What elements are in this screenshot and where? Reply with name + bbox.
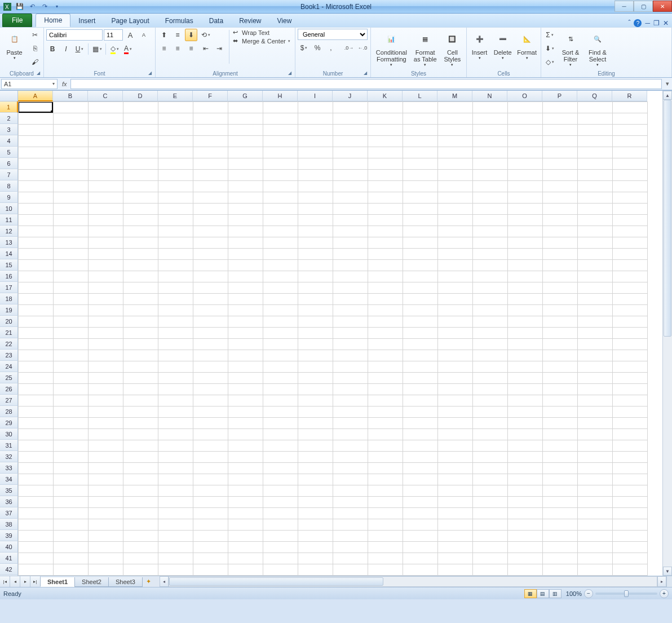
tab-formulas[interactable]: Formulas bbox=[157, 15, 201, 27]
row-header-42[interactable]: 42 bbox=[0, 564, 18, 575]
row-header-39[interactable]: 39 bbox=[0, 530, 18, 541]
zoom-slider[interactable] bbox=[595, 593, 657, 595]
row-header-36[interactable]: 36 bbox=[0, 496, 18, 507]
row-header-5[interactable]: 5 bbox=[0, 147, 18, 158]
scroll-down-icon[interactable]: ▼ bbox=[663, 567, 672, 576]
sheet-tab-sheet1[interactable]: Sheet1 bbox=[40, 577, 75, 587]
vertical-scrollbar[interactable]: ▲ ▼ bbox=[662, 91, 672, 576]
row-header-6[interactable]: 6 bbox=[0, 158, 18, 169]
select-all-corner[interactable] bbox=[0, 91, 18, 101]
clipboard-dialog-launcher-icon[interactable]: ◢ bbox=[37, 70, 40, 76]
number-dialog-launcher-icon[interactable]: ◢ bbox=[364, 70, 367, 76]
autosum-icon[interactable]: Σ bbox=[543, 29, 556, 41]
row-header-32[interactable]: 32 bbox=[0, 451, 18, 462]
border-icon[interactable]: ▦ bbox=[91, 43, 103, 55]
tab-view[interactable]: View bbox=[269, 15, 300, 27]
undo-icon[interactable]: ↶ bbox=[27, 2, 37, 12]
column-header-L[interactable]: L bbox=[403, 91, 437, 101]
row-header-40[interactable]: 40 bbox=[0, 541, 18, 553]
row-header-21[interactable]: 21 bbox=[0, 327, 18, 338]
row-header-7[interactable]: 7 bbox=[0, 169, 18, 180]
wrap-text-button[interactable]: ↩ Wrap Text bbox=[233, 29, 290, 36]
comma-format-icon[interactable]: , bbox=[325, 42, 337, 54]
row-header-31[interactable]: 31 bbox=[0, 440, 18, 451]
grow-font-icon[interactable]: A bbox=[124, 29, 136, 41]
row-header-26[interactable]: 26 bbox=[0, 383, 18, 395]
increase-decimal-icon[interactable]: .0→ bbox=[343, 42, 355, 54]
page-layout-view-icon[interactable]: ▤ bbox=[537, 589, 549, 598]
font-color-icon[interactable]: A bbox=[122, 43, 134, 55]
column-header-C[interactable]: C bbox=[88, 91, 123, 101]
column-header-M[interactable]: M bbox=[437, 91, 472, 101]
row-header-34[interactable]: 34 bbox=[0, 474, 18, 485]
row-header-17[interactable]: 17 bbox=[0, 282, 18, 293]
minimize-button[interactable]: ─ bbox=[614, 1, 634, 12]
row-header-25[interactable]: 25 bbox=[0, 372, 18, 383]
cell-styles-button[interactable]: 🔲Cell Styles▾ bbox=[441, 29, 464, 68]
row-header-35[interactable]: 35 bbox=[0, 485, 18, 496]
workbook-close-icon[interactable]: ✕ bbox=[663, 19, 669, 27]
zoom-in-button[interactable]: + bbox=[660, 589, 669, 598]
orientation-icon[interactable]: ⟲ bbox=[200, 29, 212, 41]
tab-scroll-last-icon[interactable]: ▸| bbox=[30, 576, 41, 587]
excel-app-icon[interactable]: X bbox=[2, 2, 12, 12]
paste-button[interactable]: 📋 Paste ▾ bbox=[2, 29, 26, 61]
column-header-N[interactable]: N bbox=[472, 91, 507, 101]
column-header-J[interactable]: J bbox=[333, 91, 368, 101]
tab-review[interactable]: Review bbox=[231, 15, 269, 27]
accounting-format-icon[interactable]: $ bbox=[298, 42, 310, 54]
column-header-G[interactable]: G bbox=[228, 91, 263, 101]
row-header-8[interactable]: 8 bbox=[0, 180, 18, 192]
tab-home[interactable]: Home bbox=[36, 14, 70, 27]
row-header-13[interactable]: 13 bbox=[0, 237, 18, 248]
number-format-combo[interactable]: General bbox=[298, 29, 368, 40]
italic-button[interactable]: I bbox=[60, 43, 72, 55]
alignment-dialog-launcher-icon[interactable]: ◢ bbox=[288, 70, 291, 76]
scroll-up-icon[interactable]: ▲ bbox=[663, 91, 672, 100]
column-header-I[interactable]: I bbox=[298, 91, 333, 101]
row-header-38[interactable]: 38 bbox=[0, 519, 18, 530]
column-header-A[interactable]: A bbox=[18, 91, 53, 101]
format-as-table-button[interactable]: ▦Format as Table▾ bbox=[412, 29, 439, 68]
column-header-D[interactable]: D bbox=[123, 91, 158, 101]
column-header-O[interactable]: O bbox=[507, 91, 542, 101]
page-break-view-icon[interactable]: ▥ bbox=[549, 589, 562, 598]
tab-scroll-prev-icon[interactable]: ◂ bbox=[10, 576, 20, 587]
fill-color-icon[interactable]: ◇ bbox=[108, 43, 121, 55]
save-icon[interactable]: 💾 bbox=[15, 2, 25, 12]
tab-scroll-first-icon[interactable]: |◂ bbox=[0, 576, 10, 587]
tab-split-handle[interactable] bbox=[666, 576, 672, 587]
formula-bar-expand-icon[interactable]: ▾ bbox=[663, 80, 672, 87]
row-header-30[interactable]: 30 bbox=[0, 428, 18, 440]
bold-button[interactable]: B bbox=[46, 43, 59, 55]
align-bottom-icon[interactable]: ⬇ bbox=[185, 29, 197, 41]
decrease-decimal-icon[interactable]: ←.0 bbox=[356, 42, 369, 54]
insert-cells-button[interactable]: ➕Insert▾ bbox=[469, 29, 490, 61]
formula-input[interactable] bbox=[70, 79, 662, 89]
row-header-18[interactable]: 18 bbox=[0, 293, 18, 304]
maximize-button[interactable]: ▢ bbox=[634, 1, 653, 12]
align-middle-icon[interactable]: ≡ bbox=[171, 29, 184, 41]
fx-icon[interactable]: fx bbox=[59, 81, 70, 87]
merge-center-button[interactable]: ⬌ Merge & Center bbox=[233, 37, 290, 45]
zoom-level-label[interactable]: 100% bbox=[566, 590, 582, 597]
row-header-10[interactable]: 10 bbox=[0, 203, 18, 214]
column-header-P[interactable]: P bbox=[542, 91, 577, 101]
row-header-20[interactable]: 20 bbox=[0, 316, 18, 327]
row-header-22[interactable]: 22 bbox=[0, 338, 18, 350]
column-header-R[interactable]: R bbox=[612, 91, 647, 101]
zoom-slider-knob[interactable] bbox=[624, 590, 629, 597]
column-header-H[interactable]: H bbox=[263, 91, 298, 101]
underline-button[interactable]: U bbox=[73, 43, 86, 55]
row-header-15[interactable]: 15 bbox=[0, 259, 18, 271]
redo-icon[interactable]: ↷ bbox=[39, 2, 50, 12]
cells-area[interactable] bbox=[18, 101, 662, 576]
zoom-out-button[interactable]: − bbox=[584, 589, 593, 598]
row-header-1[interactable]: 1 bbox=[0, 101, 18, 113]
row-header-11[interactable]: 11 bbox=[0, 214, 18, 226]
row-header-33[interactable]: 33 bbox=[0, 462, 18, 474]
row-header-3[interactable]: 3 bbox=[0, 124, 18, 135]
find-select-button[interactable]: 🔍Find & Select▾ bbox=[585, 29, 610, 68]
column-header-Q[interactable]: Q bbox=[577, 91, 612, 101]
close-button[interactable]: ✕ bbox=[653, 1, 672, 12]
